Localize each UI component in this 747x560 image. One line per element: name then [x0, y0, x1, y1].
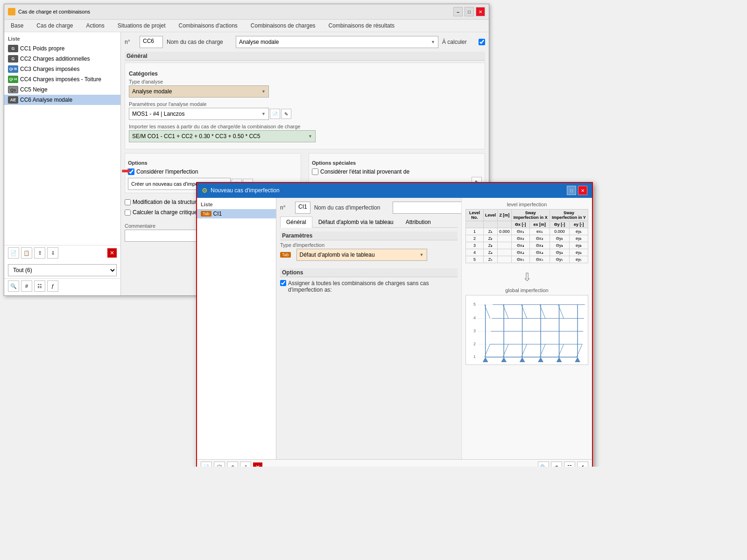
title-bar-left: Cas de charge et combinaisons [8, 8, 90, 15]
sidebar-move-down-btn[interactable]: ⇩ [47, 247, 58, 259]
sidebar-header: Liste [4, 34, 120, 43]
sidebar-item-cc5[interactable]: Qs CC5 Neige [4, 84, 120, 95]
modif-struct-label: Modification de la structure [133, 199, 199, 205]
dialog-move-down-btn[interactable]: ⇩ [240, 462, 251, 467]
name-dropdown[interactable]: Analyse modale ▼ [236, 36, 438, 48]
minimize-button[interactable]: ‒ [453, 7, 463, 16]
sidebar-search: 🔍 # ☷ ƒ [4, 278, 120, 294]
svg-text:5: 5 [473, 302, 476, 307]
dialog-sidebar: Liste Tab CI1 [197, 198, 276, 459]
sidebar-label-cc3: CC3 Charges imposées [20, 66, 79, 72]
dialog-new-btn[interactable]: 📄 [201, 462, 212, 467]
tab-general[interactable]: Général [280, 217, 312, 228]
type-analyse-dropdown[interactable]: Analyse modale ▼ [129, 85, 269, 98]
menu-situations[interactable]: Situations de projet [115, 21, 169, 30]
filter-btn[interactable]: ☷ [34, 280, 45, 292]
arrow-indicator: ➡ [121, 164, 131, 177]
svg-text:2: 2 [473, 342, 476, 346]
consider-etat-checkbox[interactable] [312, 168, 318, 175]
dialog-move-up-btn[interactable]: ⇧ [227, 462, 238, 467]
level-row-1: 1 Z₁ 0.000 Θx₁ ex₁ 0.000 ey₁ [466, 228, 588, 235]
dialog-close-btn[interactable]: ✕ [578, 186, 587, 195]
search-btn[interactable]: 🔍 [8, 280, 19, 292]
formula-btn[interactable]: ƒ [47, 280, 58, 292]
params-dropdown[interactable]: MOS1 - #4 | Lanczos ▼ [129, 108, 269, 120]
menu-actions[interactable]: Actions [83, 21, 107, 30]
assign-option-row: Assigner à toutes les combinaisons de ch… [280, 280, 458, 293]
tab-defaut[interactable]: Défaut d'aplomb via le tableau [312, 217, 400, 227]
dialog-formula-btn[interactable]: ƒ [577, 462, 588, 467]
dialog-type-dropdown[interactable]: Défaut d'aplomb via le tableau ▼ [296, 249, 427, 261]
dialog-type-badge: Tab [280, 252, 291, 258]
global-chart-title: global imperfection [465, 287, 588, 293]
menu-cas-de-charge[interactable]: Cas de charge [34, 21, 76, 30]
assign-checkbox[interactable] [280, 280, 286, 286]
sidebar-item-cc1[interactable]: G CC1 Poids propre [4, 43, 120, 54]
main-window-title: Cas de charge et combinaisons [18, 9, 90, 14]
tab-attribution[interactable]: Attribution [400, 217, 437, 227]
sidebar-new-btn[interactable]: 📄 [8, 247, 19, 259]
consider-etat-label: Considérer l'état initial provenant de [320, 168, 409, 175]
menu-combinaisons-resultats[interactable]: Combinaisons de résultats [326, 21, 397, 30]
svg-marker-36 [557, 357, 562, 362]
th-theta-x: Θx [-] [511, 221, 529, 228]
calc-label: À calculer [442, 39, 475, 45]
dialog-name-dropdown[interactable]: ▼ [393, 202, 461, 214]
dialog-search-btn[interactable]: 🔍 [538, 462, 549, 467]
dialog-n-input[interactable]: CI1 [295, 202, 310, 214]
options-label: Options [128, 160, 298, 166]
dialog-n-label: n° [280, 204, 291, 211]
th-ex: ex [m] [529, 221, 550, 228]
dialog-copy-btn[interactable]: 📋 [214, 462, 225, 467]
global-chart: 5 4 3 2 1 [465, 295, 588, 365]
menu-base[interactable]: Base [8, 21, 26, 30]
dialog-delete-btn[interactable]: ✕ [253, 462, 262, 467]
svg-marker-37 [575, 357, 580, 362]
consider-imperf-row: Considérer l'imperfection [128, 168, 298, 175]
cell-1-ty: 0.000 [550, 228, 569, 235]
n-input[interactable]: CC6 [140, 36, 163, 48]
menu-combinaisons-charges[interactable]: Combinaisons de charges [248, 21, 318, 30]
dialog-right-panel: level imperfection Level No. Level Z [m]… [461, 198, 592, 459]
dialog-window: ⚙ Nouveau cas d'imperfection □ ✕ Liste T… [196, 182, 593, 467]
svg-text:3: 3 [473, 329, 476, 333]
params-new-btn[interactable]: 📄 [270, 109, 280, 119]
dialog-filter-btn[interactable]: ☷ [564, 462, 575, 467]
th-level: Level [484, 210, 498, 221]
sidebar-item-cc6[interactable]: AE CC6 Analyse modale [4, 95, 120, 105]
type-analyse-label: Type d'analyse [129, 79, 481, 84]
sidebar-move-up-btn[interactable]: ⇧ [34, 247, 45, 259]
dialog-name-label: Nom du cas d'imperfection [314, 204, 389, 211]
main-title-bar: Cas de charge et combinaisons ‒ □ ✕ [4, 4, 489, 20]
dialog-form-row-n: n° CI1 Nom du cas d'imperfection ▼ Actif [280, 202, 458, 214]
sidebar-item-cc3[interactable]: Qi B CC3 Charges imposées [4, 64, 120, 74]
cell-1-no: 1 [466, 228, 484, 235]
calc-charge-checkbox[interactable] [125, 210, 131, 216]
calc-checkbox[interactable] [479, 39, 485, 45]
dialog-section-options: Options [280, 268, 458, 277]
th-empty-2 [484, 221, 498, 228]
sidebar-label-cc6: CC6 Analyse modale [20, 97, 72, 103]
cell-1-ey: ey₁ [570, 228, 588, 235]
modif-struct-checkbox[interactable] [125, 199, 131, 205]
dialog-icon: ⚙ [202, 187, 208, 194]
sidebar-delete-btn[interactable]: ✕ [107, 248, 117, 258]
number-btn[interactable]: # [21, 280, 32, 292]
app-icon [8, 8, 15, 15]
params-edit-btn[interactable]: ✎ [281, 109, 291, 119]
dialog-minimize-btn[interactable]: □ [567, 186, 576, 195]
menu-combinaisons-actions[interactable]: Combinaisons d'actions [176, 21, 240, 30]
params-label: Paramètres pour l'analyse modale [129, 101, 481, 107]
import-dropdown[interactable]: SE/M CO1 - CC1 + CC2 + 0.30 * CC3 + 0.50… [129, 130, 316, 142]
sidebar-item-cc4[interactable]: Qi H CC4 Charges imposées - Toiture [4, 74, 120, 84]
close-button[interactable]: ✕ [476, 7, 485, 16]
dialog-sidebar-item-ci1[interactable]: Tab CI1 [197, 209, 276, 218]
th-empty-3 [498, 221, 512, 228]
sidebar-copy-btn[interactable]: 📋 [21, 247, 32, 259]
filter-select[interactable]: Tout (6) [8, 264, 117, 276]
calc-checkbox-row [479, 39, 485, 45]
type-analyse-row: Analyse modale ▼ [129, 85, 481, 98]
dialog-number-btn[interactable]: # [551, 462, 562, 467]
sidebar-item-cc2[interactable]: G CC2 Charges additionnelles [4, 54, 120, 64]
maximize-button[interactable]: □ [465, 7, 474, 16]
